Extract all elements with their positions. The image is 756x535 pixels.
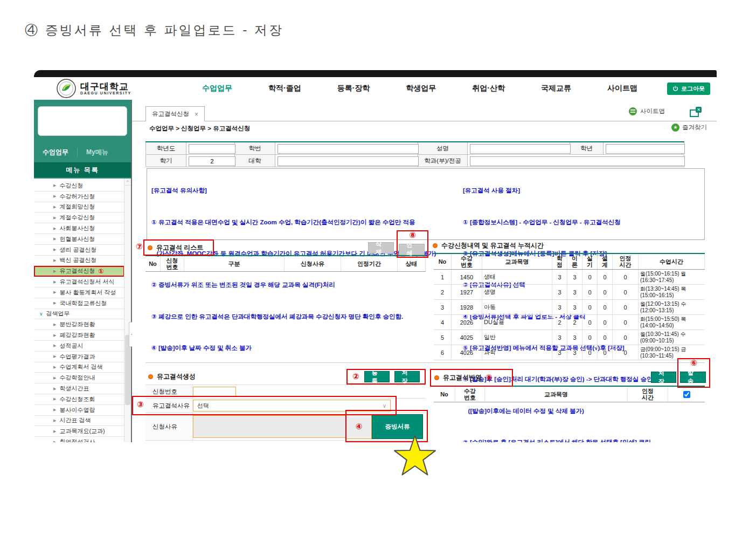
window-switch-icon[interactable] [690,108,702,115]
sidebar-menu-item[interactable]: ▶ 생리 공결신청 [34,245,124,256]
column-header: 인정기간 [341,256,398,271]
course-row: 4 2026 DU실용 2 2 0 0 0 화(15:00~15:50) 목(1… [434,315,705,330]
browser-top-bar [34,70,717,77]
nav-item[interactable]: 사이트맵 [607,84,637,93]
notice-left-title: [유고결석 유의사항] [151,187,459,195]
sidebar-menu-item[interactable]: ▶ 유고결석신청서 서식 [34,277,124,287]
select-all-checkbox[interactable] [683,391,690,398]
request-no-input[interactable] [193,387,236,397]
year-input[interactable] [189,144,235,154]
triangle-icon: ▶ [53,183,56,188]
sidebar-menu-item[interactable]: ▶ 수강신청 [34,181,124,191]
sidebar-menu-item[interactable]: ∨ 검색업무 [34,309,124,320]
enrollment-table: No 수강 번호 교과목명 학 점 이 론 실 기 설 계 인정 시간 [434,253,705,360]
bullet-icon [148,374,153,379]
column-header: 교과목명 [485,387,628,402]
nav-item[interactable]: 수업업무 [202,84,232,93]
name-input[interactable] [470,144,571,154]
dept-input[interactable] [470,156,685,166]
annotation-3: ③ [137,401,144,409]
register-button[interactable]: 등록 [364,371,390,382]
triangle-icon: ▶ [53,376,56,380]
delete-button[interactable]: 삭제 [368,242,394,253]
term-input[interactable] [189,156,235,166]
nav-item[interactable]: 학생업무 [406,84,436,93]
sidebar-menu-item[interactable]: ▶ 봉사 활동계획서 작성 [34,287,124,298]
scroll-up-icon[interactable]: ^ [124,179,131,186]
absence-list-title: 유고결석 리스트 [156,243,203,252]
main-content: 유고결석신청 × 사이트맵 수업업무 > 신청업무 > 유고결석신청 ★ 즐겨찾… [132,100,717,442]
favorite-button[interactable]: ★ 즐겨찾기 [671,124,707,132]
course-row: 1 1450 생태 3 3 0 0 0 월(15:00~16:15) 월(16:… [434,270,705,285]
sidebar-menu-item[interactable]: ▶ 계절수강신청 [34,212,124,223]
annotation-box-register-save: ② 등록 저장 [346,369,426,385]
sidebar-menu-item[interactable]: ▶ 취업적성검사 [34,437,124,442]
bullet-icon [434,375,439,380]
triangle-icon: ▶ [53,290,56,294]
sidebar-menu-item[interactable]: ▶ 학생시간표 [34,383,124,394]
column-header: 설 계 [598,254,613,269]
triangle-icon: ▶ [53,258,56,263]
annotation-5: ⑤ [485,374,493,382]
sidebar-menu-item[interactable]: ▶ 국내학점교류신청 [34,298,124,309]
notice-line: ([발송]이후에는 데이터 수정 및 삭제 불가) [463,407,703,415]
top-nav: 수업업무 학적·졸업 등록·장학 학생업무 취업·산학 국제교류 사이트맵 [162,84,667,93]
sidebar-menu-item[interactable]: ▶ 계절희망신청 [34,202,124,213]
column-header: 수업시간 [639,254,705,269]
annotation-box-print: ⑧ 인쇄 [397,230,428,258]
sidebar-menu-item[interactable]: ▶ 분반강좌현황 [34,319,124,330]
send-button[interactable]: 발송 [680,372,706,383]
university-logo[interactable]: 대구대학교 DAEGU UNIVERSITY [57,79,162,98]
student-id-input[interactable] [278,144,419,154]
year-label: 학년도 [146,142,186,155]
annotation-2: ② [352,373,359,381]
sidebar-menu-item[interactable]: ▶ 봉사이수열람 [34,405,124,416]
bullet-icon [433,243,438,248]
annotation-number: ① [98,268,103,275]
sidebar-menu-item[interactable]: ▶ 시간표 검색 [34,416,124,427]
sidebar-scrollbar[interactable]: ^ [124,179,131,442]
nav-item[interactable]: 취업·산학 [472,84,505,93]
triangle-icon: ▶ [53,323,56,327]
print-button[interactable]: 인쇄 [399,244,425,255]
sidebar-menu-item[interactable]: ▶ 수강신청조회 [34,394,124,405]
period-end-input[interactable] [259,442,313,443]
sidebar-menu-item[interactable]: ▶ 수강허가신청 [34,191,124,202]
sidebar-menu-item[interactable]: ▶ 폐강강좌현황 [34,330,124,341]
sidebar-menu-item[interactable]: ▶ 수강학점안내 [34,373,124,383]
nav-item[interactable]: 학적·졸업 [268,84,301,93]
sidebar-user-panel [38,106,127,136]
grade-input[interactable] [606,144,685,154]
logout-button[interactable]: 로그아웃 [667,83,710,95]
sidebar-menu-item[interactable]: ▶ 유고결석신청 ① [34,266,124,277]
column-header: No [434,387,455,402]
close-icon[interactable]: × [195,111,198,118]
sidebar-menu-item[interactable]: ▶ 백신 공결신청 [34,256,124,266]
triangle-icon: ▶ [53,419,56,423]
sidebar-menu-item[interactable]: ▶ 성적공시 [34,341,124,352]
sitemap-link[interactable]: 사이트맵 [629,107,665,115]
annotation-box-apply-title: 유고결석반영 ⑤ [430,369,513,387]
sidebar-menu-item[interactable]: ▶ 수업평가결과 [34,352,124,362]
triangle-icon: ▶ [53,280,56,284]
period-start-input[interactable] [193,442,247,443]
nav-item[interactable]: 국제교류 [541,84,571,93]
sidebar-menu-item[interactable]: ▶ 수업계획서 검색 [34,362,124,373]
triangle-icon: ▶ [53,397,56,401]
request-reason-textarea[interactable] [193,415,346,438]
term-label: 학기 [146,155,186,167]
sidebar-menu-item[interactable]: ▶ 사회봉사신청 [34,223,124,234]
apply-save-button[interactable]: 저장 [651,372,676,383]
sidebar-tab-work[interactable]: 수업업무 [34,148,77,157]
triangle-icon: ▶ [53,269,56,273]
column-header: 교과목명 [482,254,552,269]
nav-item[interactable]: 등록·장학 [337,84,370,93]
sidebar-tab-mymenu[interactable]: My메뉴 [77,148,117,157]
save-button[interactable]: 저장 [394,371,420,382]
triangle-icon: ▶ [53,248,56,252]
sidebar-menu-item[interactable]: ▶ 교과목개요(교과) [34,426,124,437]
sidebar-menu-item[interactable]: ▶ 헌혈봉사신청 [34,234,124,245]
tab-absence-request[interactable]: 유고결석신청 × [145,106,205,121]
triangle-icon: ▶ [53,301,56,305]
college-input[interactable] [278,156,419,166]
